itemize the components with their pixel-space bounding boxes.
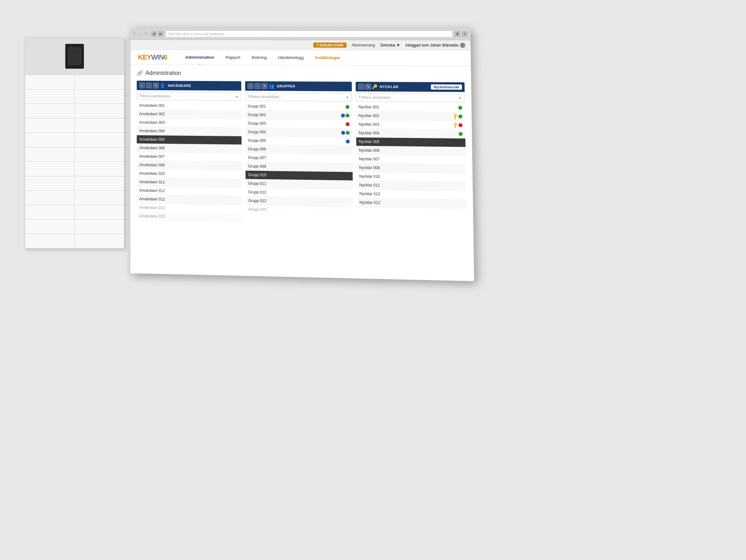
user-avatar (460, 43, 465, 48)
device-screen-inner (68, 48, 81, 65)
list-item[interactable]: Grupp 015 (246, 205, 353, 216)
new-tab-icon[interactable]: + (462, 31, 468, 37)
page-title-icon: 🔗 (137, 70, 143, 76)
device-row (25, 147, 124, 162)
address-bar[interactable]: Sök eller skriv in namn på webbplats (165, 30, 453, 38)
list-item[interactable]: Grupp 005 (245, 136, 352, 146)
filter-dropdown-users[interactable]: Filtrera användare...▼ (137, 92, 241, 101)
language-text: Svenska ▼ (380, 43, 400, 47)
nav-administration[interactable]: Administration (180, 50, 220, 65)
status-dot-blue (341, 131, 345, 135)
list-item[interactable]: Användare 015 (137, 212, 242, 222)
browser-max-btn[interactable] (144, 32, 148, 36)
back-arrow[interactable]: ◀ (151, 31, 157, 37)
device-row (25, 162, 124, 176)
status-dot-red (458, 123, 462, 127)
keys-overview-button[interactable]: Nyckelöversikt (431, 84, 462, 89)
logo[interactable]: KEYWIN6 (138, 53, 167, 61)
status-dot-green (458, 114, 462, 118)
col-groups-btn--[interactable]: - (255, 83, 260, 89)
list-item[interactable]: Nycklar 006 (356, 146, 466, 156)
device-row (25, 118, 124, 133)
filter-dropdown-keys[interactable]: Filtrera användare...▼ (356, 93, 465, 102)
list-item[interactable]: Nycklar 002🔑 (356, 112, 465, 121)
col-users-btn-✎[interactable]: ✎ (153, 83, 159, 88)
nav-bokning[interactable]: Bokning (246, 50, 272, 65)
list-groups: Grupp 001Grupp 002Grupp 003Grupp 004Grup… (245, 102, 353, 216)
address-text: Sök eller skriv in namn på webbplats (168, 32, 224, 36)
list-item[interactable]: Grupp 003 (245, 119, 352, 129)
col-groups-btn-+[interactable]: + (248, 83, 254, 89)
col-title-keys: NYCKLAR (380, 85, 399, 89)
list-item[interactable]: Grupp 006 (245, 145, 352, 155)
browser-min-btn[interactable] (139, 32, 142, 36)
list-item[interactable]: Användare 001 (137, 101, 241, 111)
list-item[interactable]: Nycklar 004 (356, 129, 465, 138)
list-item[interactable]: Användare 004 (137, 127, 241, 137)
main-nav: KEYWIN6 Administration Rapport Bokning H… (131, 50, 471, 66)
col-users-btn-+[interactable]: + (139, 83, 145, 88)
page-title-text: Administration (145, 69, 181, 77)
filter-dropdown-groups[interactable]: Filtrera användare...▼ (245, 93, 352, 102)
status-dot-green (346, 131, 350, 135)
key-cabinet-device (25, 37, 124, 249)
browser-nav: ◀ ▶ (151, 31, 164, 37)
list-item[interactable]: Nycklar 007 (356, 155, 466, 165)
list-item[interactable]: Grupp 001 (245, 102, 352, 111)
key-icon: 🔑 (452, 122, 459, 129)
nav-rapport[interactable]: Rapport (220, 50, 246, 65)
device-row (25, 133, 124, 147)
status-dot-green (346, 113, 350, 117)
list-item[interactable]: Användare 003 (137, 118, 241, 128)
device-rows (25, 75, 124, 248)
list-item[interactable]: Nycklar 012 (357, 198, 466, 208)
col-title-users: ANVÄNDARE (168, 84, 192, 88)
list-item[interactable]: Användare 006 (137, 144, 241, 153)
forward-arrow[interactable]: ▶ (158, 31, 164, 37)
logo-win: WIN (151, 53, 164, 61)
device-row (25, 205, 124, 220)
list-item[interactable]: Användare 002 (137, 110, 241, 119)
device-top (25, 38, 124, 75)
user-text: Inloggad som Johan Wärnelöv (405, 43, 459, 48)
list-item[interactable]: Grupp 004 (245, 128, 352, 137)
col-header-groups: +-✎👥GRUPPER (245, 81, 351, 91)
dropdown-arrow-icon: ▼ (458, 96, 462, 100)
list-item[interactable]: Nycklar 003🔑 (356, 120, 465, 130)
list-users: Användare 001Användare 002Användare 003A… (137, 101, 242, 222)
col-keys-btn--[interactable]: - (358, 84, 364, 89)
page-content: 🔗 Administration +-✎👤ANVÄNDAREFiltrera a… (131, 65, 474, 232)
dropdown-arrow-icon: ▼ (235, 95, 238, 98)
list-keys: Nycklar 001Nycklar 002🔑Nycklar 003🔑Nyckl… (356, 103, 466, 208)
share-icon[interactable]: ⬆ (454, 31, 460, 37)
columns-container: +-✎👤ANVÄNDAREFiltrera användare...▼Använ… (137, 81, 467, 226)
device-row (25, 176, 124, 191)
col-users-btn--[interactable]: - (146, 83, 152, 88)
nav-installningar[interactable]: Inställningar (309, 50, 346, 65)
status-dot-blue (341, 113, 345, 117)
user-info: Inloggad som Johan Wärnelöv (405, 43, 465, 48)
nav-handelselogg[interactable]: Händelselogg (272, 50, 309, 65)
list-item[interactable]: Grupp 007 (246, 153, 353, 164)
col-header-keys: -✎🔑NYCKLARNyckelöversikt (355, 82, 465, 92)
list-item[interactable]: Användare 007 (137, 152, 242, 162)
status-dot-blue (346, 140, 350, 144)
status-dot-red (346, 122, 350, 126)
device-row (25, 220, 124, 234)
list-item[interactable]: Grupp 002 (245, 111, 352, 120)
col-groups-btn-✎[interactable]: ✎ (262, 83, 268, 89)
browser-close-btn[interactable] (133, 32, 137, 36)
top-bar: 7 DAGAR KVAR Abonnemang Svenska ▼ Inlogg… (131, 40, 470, 50)
list-item[interactable]: Nycklar 005 (356, 137, 466, 147)
col-keys-btn-✎[interactable]: ✎ (365, 84, 371, 89)
column-keys: -✎🔑NYCKLARNyckelöversiktFiltrera använda… (355, 82, 466, 226)
key-icon: 🔑 (452, 113, 459, 120)
device-row (25, 75, 124, 89)
status-dot-green (345, 105, 349, 109)
dropdown-arrow-icon: ▼ (346, 95, 349, 99)
col-title-groups: GRUPPER (277, 84, 295, 88)
list-item[interactable]: Användare 005 (137, 135, 241, 145)
list-item[interactable]: Nycklar 001 (356, 103, 465, 112)
language-selector[interactable]: Svenska ▼ (380, 43, 400, 47)
subscription-link[interactable]: Abonnemang (352, 43, 375, 47)
